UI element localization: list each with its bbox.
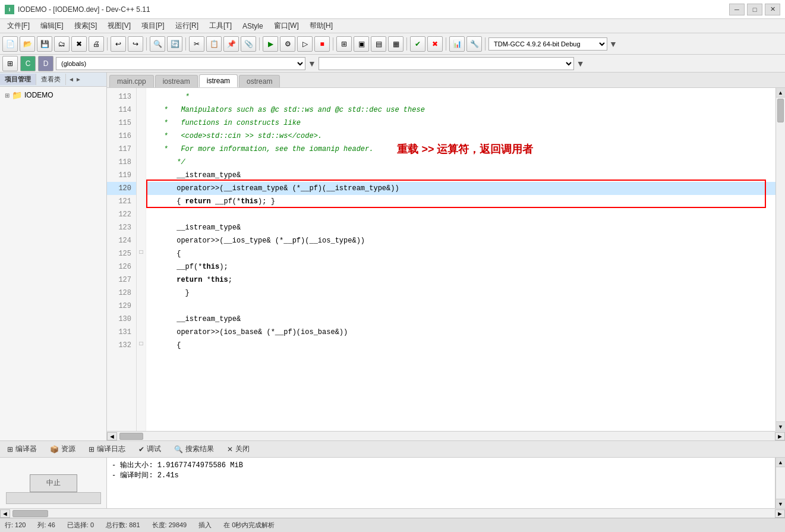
code-line-119[interactable]: __istream_type& [146, 169, 775, 182]
stop-button[interactable]: ■ [314, 36, 330, 52]
paste2-button[interactable]: 📎 [241, 36, 256, 52]
prev-btn[interactable]: ◄ [68, 76, 74, 83]
menu-item-7[interactable]: AStyle [238, 21, 268, 32]
code-editor[interactable]: 1131141151161171181191201211221231241251… [107, 88, 785, 431]
bottom-hscroll-thumb[interactable] [12, 510, 48, 517]
restore-button[interactable]: □ [747, 4, 762, 15]
compile-button[interactable]: ⚙ [280, 36, 295, 52]
bottom-tab-5[interactable]: ✕关闭 [222, 443, 254, 455]
tree-root-item[interactable]: ⊞ 📁 IODEMO [2, 89, 104, 101]
function-combo[interactable] [319, 57, 574, 70]
code-line-121[interactable]: { return __pf(*this); } [146, 195, 775, 208]
menu-item-2[interactable]: 搜索[S] [70, 20, 102, 32]
x-button[interactable]: ✖ [427, 36, 443, 52]
class-tab[interactable]: 查看类 [36, 74, 66, 85]
cut-button[interactable]: ✂ [189, 36, 204, 52]
layout3-button[interactable]: ▤ [371, 36, 386, 52]
check-button[interactable]: ✔ [410, 36, 425, 52]
run-button[interactable]: ▷ [297, 36, 313, 52]
close-file-button[interactable]: ✖ [71, 36, 87, 52]
close-button[interactable]: ✕ [765, 4, 780, 15]
menu-item-6[interactable]: 工具[T] [204, 20, 237, 32]
layout4-button[interactable]: ▦ [388, 36, 403, 52]
editor-tab-iostream[interactable]: iostream [155, 75, 198, 87]
class-btn[interactable]: C [20, 56, 36, 71]
bottom-scroll-down[interactable]: ▼ [776, 499, 785, 508]
fold-marker-125[interactable]: □ [137, 245, 146, 258]
menu-item-5[interactable]: 运行[R] [171, 20, 203, 32]
open-button[interactable]: 📂 [20, 36, 35, 52]
code-line-113[interactable]: * [146, 90, 775, 103]
code-line-123[interactable]: __istream_type& [146, 221, 775, 234]
bottom-hscroll-right[interactable]: ► [775, 509, 785, 518]
editor-tab-istream[interactable]: istream [199, 74, 238, 87]
compile-run-button[interactable]: ▶ [263, 36, 278, 52]
editor-tab-maincpp[interactable]: main.cpp [109, 75, 154, 87]
code-line-125[interactable]: { [146, 247, 775, 260]
find-button[interactable]: 🔍 [150, 36, 165, 52]
menu-item-0[interactable]: 文件[F] [2, 20, 34, 32]
hscroll-thumb[interactable] [119, 433, 143, 440]
undo-button[interactable]: ↩ [111, 36, 126, 52]
next-btn[interactable]: ► [75, 76, 81, 83]
code-vertical-scrollbar[interactable]: ▲ ▼ [775, 88, 785, 431]
globals-dropdown-icon[interactable]: ▼ [308, 59, 316, 68]
code-line-131[interactable]: operator>>(ios_base& (*__pf)(ios_base&)) [146, 326, 775, 339]
hscroll-left-btn[interactable]: ◄ [107, 432, 117, 440]
code-line-127[interactable]: return *this; [146, 273, 775, 287]
fold-marker-132[interactable]: □ [137, 336, 146, 350]
copy-button[interactable]: 📋 [206, 36, 222, 52]
stop-button[interactable]: 中止 [30, 474, 77, 492]
function-dropdown-icon[interactable]: ▼ [576, 59, 585, 68]
code-line-132[interactable]: { [146, 339, 775, 352]
bottom-hscrollbar[interactable]: ◄ ► [0, 508, 785, 518]
menu-item-1[interactable]: 编辑[E] [36, 20, 68, 32]
globals-combo[interactable]: (globals) [56, 57, 305, 70]
code-line-116[interactable]: * <code>std::cin >> std::ws</code>. [146, 130, 775, 143]
paste-button[interactable]: 📌 [223, 36, 239, 52]
code-line-114[interactable]: * Manipulators such as @c std::ws and @c… [146, 103, 775, 117]
scroll-up-btn[interactable]: ▲ [776, 88, 785, 97]
menu-item-9[interactable]: 帮助[H] [305, 20, 338, 32]
code-line-130[interactable]: __istream_type& [146, 313, 775, 326]
project-tab[interactable]: 项目管理 [0, 74, 36, 85]
bottom-scroll-up[interactable]: ▲ [776, 458, 785, 467]
minimize-button[interactable]: ─ [729, 4, 745, 15]
redo-button[interactable]: ↪ [128, 36, 143, 52]
replace-button[interactable]: 🔄 [167, 36, 182, 52]
settings-button[interactable]: 🔧 [466, 36, 482, 52]
print-button[interactable]: 🖨 [89, 36, 104, 52]
code-line-120[interactable]: operator>>(__istream_type& (*__pf)(__ist… [146, 182, 775, 195]
horizontal-scrollbar[interactable]: ◄ ► [107, 431, 785, 440]
bottom-tab-3[interactable]: ✔调试 [134, 443, 166, 455]
code-line-124[interactable]: operator>>(__ios_type& (*__pf)(__ios_typ… [146, 234, 775, 247]
compiler-combo[interactable]: TDM-GCC 4.9.2 64-bit Debug [488, 37, 607, 51]
menu-item-8[interactable]: 窗口[W] [269, 20, 304, 32]
menu-item-4[interactable]: 项目[P] [137, 20, 169, 32]
compiler-dropdown-btn[interactable]: ▼ [609, 39, 617, 49]
code-line-117[interactable]: * For more information, see the iomanip … [146, 143, 775, 156]
bottom-tab-2[interactable]: ⊞编译日志 [84, 443, 130, 455]
bottom-tab-4[interactable]: 🔍搜索结果 [169, 443, 219, 455]
layout1-button[interactable]: ⊞ [336, 36, 352, 52]
bottom-tab-0[interactable]: ⊞编译器 [2, 443, 42, 455]
code-content[interactable]: * * Manipulators such as @c std::ws and … [146, 88, 775, 431]
bottom-vscroll[interactable]: ▲ ▼ [775, 458, 785, 508]
code-line-129[interactable] [146, 300, 775, 313]
new-button[interactable]: 📄 [2, 36, 18, 52]
chart-button[interactable]: 📊 [449, 36, 465, 52]
code-line-122[interactable] [146, 208, 775, 221]
scroll-thumb[interactable] [777, 99, 784, 122]
code-line-118[interactable]: */ [146, 156, 775, 169]
save-button[interactable]: 💾 [37, 36, 52, 52]
bottom-tab-1[interactable]: 📦资源 [45, 443, 80, 455]
bottom-hscroll-left[interactable]: ◄ [0, 509, 10, 518]
project-btn[interactable]: ⊞ [2, 56, 18, 71]
hscroll-right-btn[interactable]: ► [775, 432, 785, 440]
scroll-down-btn[interactable]: ▼ [776, 421, 785, 431]
code-line-128[interactable]: } [146, 287, 775, 300]
code-line-115[interactable]: * functions in constructs like [146, 117, 775, 130]
menu-item-3[interactable]: 视图[V] [103, 20, 135, 32]
save-all-button[interactable]: 🗂 [54, 36, 70, 52]
code-line-126[interactable]: __pf(*this); [146, 260, 775, 273]
